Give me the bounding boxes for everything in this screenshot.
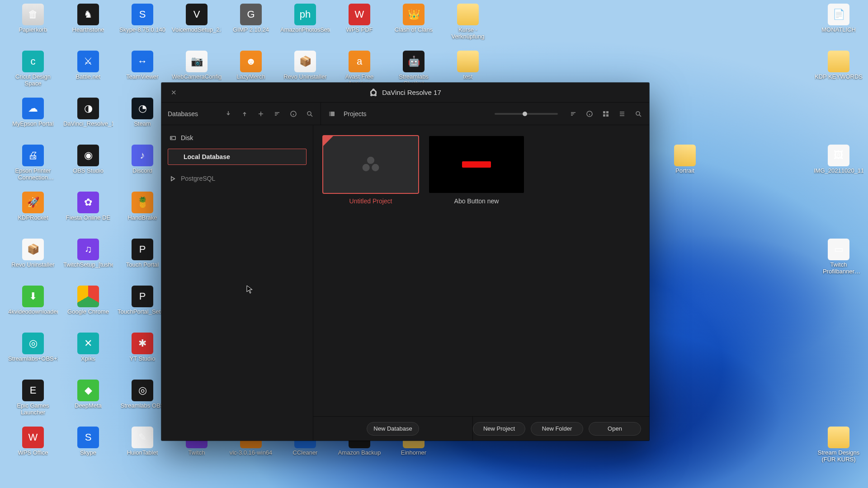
icon-label: vlc-3.0.16-win64 xyxy=(230,450,273,456)
sort-projects-icon[interactable] xyxy=(569,109,578,118)
info-projects-icon[interactable] xyxy=(585,109,594,118)
desktop-icon[interactable]: VVoicemodSetup_2.1… xyxy=(172,4,222,33)
icon-label: Stream Designs (FÜR KURS) xyxy=(814,450,863,463)
disk-section[interactable]: Disk xyxy=(167,131,307,144)
desktop-icon[interactable]: PTouch Portal xyxy=(118,239,167,268)
desktop-icon[interactable]: 📷WebCameraConfig xyxy=(172,51,222,80)
new-project-button[interactable]: New Project xyxy=(473,422,525,436)
desktop-icon[interactable]: ▭Twitch Profilbanner template xyxy=(814,239,863,275)
desktop-icon[interactable]: ◉OBS Studio xyxy=(63,145,113,174)
app-icon: ↔ xyxy=(132,51,153,72)
app-icon: 🍍 xyxy=(132,192,153,213)
desktop-icon[interactable]: 🖨Epson Printer Connection Checker xyxy=(8,145,58,181)
icon-label: TouchPortal_Setup xyxy=(118,309,167,315)
info-icon[interactable] xyxy=(289,109,298,118)
desktop-icon[interactable]: test xyxy=(443,51,493,80)
icon-label: IMG_20211020_114031 xyxy=(814,168,863,174)
desktop-icon[interactable]: ♫TwitchSetup_[tusher… xyxy=(63,239,113,268)
desktop-icon[interactable]: Stream Designs (FÜR KURS) xyxy=(814,427,863,463)
project-thumbnail[interactable] xyxy=(429,136,524,193)
db-backup-icon[interactable] xyxy=(240,109,249,118)
search-projects-icon[interactable] xyxy=(634,109,643,118)
desktop-icon[interactable]: ◎Streamlabs OBS xyxy=(118,380,167,409)
project-name: Abo Button new xyxy=(429,197,524,205)
app-icon: 🗑 xyxy=(22,4,44,25)
app-icon: ph xyxy=(294,4,316,25)
project-thumbnail-content xyxy=(462,161,491,168)
icon-label: MyEpson Portal xyxy=(12,121,54,127)
icon-label: GIMP 2.10.24 xyxy=(233,27,269,33)
thumbnail-zoom-slider[interactable] xyxy=(495,113,558,115)
desktop-icon[interactable]: ◔Steam xyxy=(118,98,167,127)
desktop-icon[interactable]: 🍍HandBrake xyxy=(118,192,167,221)
local-database-item[interactable]: Local Database xyxy=(168,149,307,165)
desktop-icon[interactable]: phAmazonPhotosSetup xyxy=(280,4,330,33)
project-card[interactable]: Untitled Project xyxy=(323,136,418,205)
desktop-icon[interactable]: ✿Fiesta Online DE xyxy=(63,192,113,221)
desktop-icon[interactable]: ⚔Battle.net xyxy=(63,51,113,80)
grid-view-icon[interactable] xyxy=(601,109,610,118)
desktop-icon[interactable]: ☻LazyMerch xyxy=(226,51,276,80)
desktop-icon[interactable]: ✱YT Studio xyxy=(118,333,167,362)
project-thumbnail[interactable] xyxy=(323,136,418,193)
desktop-icon[interactable]: ⬇4kvideodownloader… xyxy=(8,286,58,315)
new-folder-button[interactable]: New Folder xyxy=(531,422,583,436)
desktop-icon[interactable]: 📄MONATLICH xyxy=(814,4,863,33)
databases-header: Databases xyxy=(168,110,198,117)
app-icon: 📦 xyxy=(22,239,44,260)
desktop-icon[interactable]: WWPS PDF xyxy=(335,4,384,33)
icon-label: KDPRocket xyxy=(18,215,48,221)
desktop-icon[interactable]: SSkype-8.75.0.140 xyxy=(118,4,167,33)
icon-label: LazyMerch xyxy=(236,74,265,80)
desktop-icon[interactable]: 🗑Papierkorb xyxy=(8,4,58,33)
app-icon: ✎ xyxy=(132,427,153,448)
icon-label: Clash of Clans xyxy=(395,27,433,33)
open-button[interactable]: Open xyxy=(589,422,641,436)
desktop-icon[interactable]: Google Chrome xyxy=(63,286,113,315)
postgresql-section[interactable]: PostgreSQL xyxy=(167,172,307,185)
desktop-icon[interactable]: 👑Clash of Clans xyxy=(389,4,439,33)
icon-label: Revo Uninstaller xyxy=(11,262,54,268)
desktop-icon[interactable]: aAvast Free Antivirus xyxy=(335,51,384,87)
app-icon: S xyxy=(132,4,153,25)
db-connect-icon[interactable] xyxy=(224,109,233,118)
desktop-icon[interactable]: 🚀KDPRocket xyxy=(8,192,58,221)
icon-label: TwitchSetup_[tusher… xyxy=(63,262,113,268)
icon-label: Amazon Backup xyxy=(338,450,381,456)
desktop-icon[interactable]: Portrait xyxy=(660,145,710,174)
desktop-icon[interactable]: ✕Xpiks xyxy=(63,333,113,362)
desktop-icon[interactable]: ◎Streamlabs+OBS+S… xyxy=(8,333,58,362)
desktop-icon[interactable]: SSkype xyxy=(63,427,113,456)
icon-label: Xpiks xyxy=(81,356,95,362)
toggle-panel-icon[interactable] xyxy=(327,109,336,118)
desktop-icon[interactable]: 🤖Streamlabs Chatbot xyxy=(389,51,439,87)
desktop-icon[interactable]: 📦Revo Uninstaller xyxy=(8,239,58,268)
desktop-icon[interactable]: ✎HuionTablet xyxy=(118,427,167,456)
desktop-icon[interactable]: ♞Hearthstone xyxy=(63,4,113,33)
desktop-icon[interactable]: PTouchPortal_Setup xyxy=(118,286,167,315)
desktop-icon[interactable]: ◆DeepMeta xyxy=(63,380,113,409)
search-icon[interactable] xyxy=(305,109,314,118)
desktop-icon[interactable]: ☁MyEpson Portal xyxy=(8,98,58,127)
project-card[interactable]: Abo Button new xyxy=(429,136,524,205)
desktop-icon[interactable]: GGIMP 2.10.24 xyxy=(226,4,276,33)
desktop-icon[interactable]: ↔TeamViewer xyxy=(118,51,167,80)
project-name: Untitled Project xyxy=(323,197,418,205)
app-icon: 📄 xyxy=(828,4,849,25)
desktop-icon[interactable]: EEpic Games Launcher xyxy=(8,380,58,416)
desktop-icon[interactable]: WWPS Office xyxy=(8,427,58,456)
new-database-button[interactable]: New Database xyxy=(367,422,419,436)
close-button[interactable]: ✕ xyxy=(168,87,179,99)
desktop-icon[interactable]: ♪Discord xyxy=(118,145,167,174)
svg-rect-5 xyxy=(603,111,605,113)
desktop-icon[interactable]: ◑DaVinci_Resolve_16… xyxy=(63,98,113,127)
db-restore-icon[interactable] xyxy=(256,109,265,118)
sort-icon[interactable] xyxy=(273,109,282,118)
desktop-icon[interactable]: 🖼IMG_20211020_114031 xyxy=(814,145,863,174)
desktop-icon[interactable]: cCricut Design Space xyxy=(8,51,58,87)
list-view-icon[interactable] xyxy=(618,109,627,118)
desktop-icon[interactable]: KDP KEYWORDS xyxy=(814,51,863,80)
desktop-icon[interactable]: Kurse - Verknüpfung xyxy=(443,4,493,40)
svg-point-9 xyxy=(636,112,640,115)
desktop-icon[interactable]: 📦Revo Uninstaller xyxy=(280,51,330,80)
